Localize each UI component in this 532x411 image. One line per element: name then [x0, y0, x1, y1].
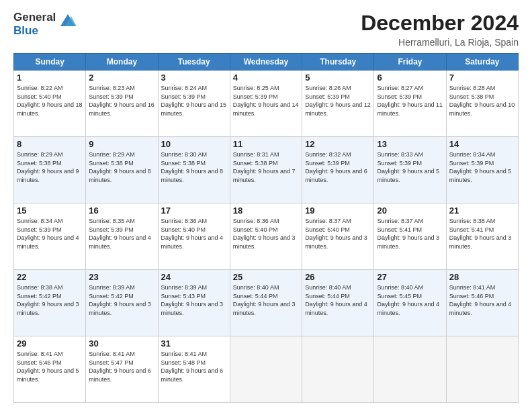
table-row: 6Sunrise: 8:27 AMSunset: 5:39 PMDaylight… — [374, 71, 446, 137]
cell-info: Sunrise: 8:22 AMSunset: 5:40 PMDaylight:… — [17, 84, 83, 118]
calendar-row-5: 29Sunrise: 8:41 AMSunset: 5:46 PMDayligh… — [14, 336, 519, 403]
day-number: 6 — [377, 73, 443, 83]
day-number: 24 — [161, 272, 227, 282]
calendar-row-1: 1Sunrise: 8:22 AMSunset: 5:40 PMDaylight… — [14, 71, 519, 137]
cell-info: Sunrise: 8:32 AMSunset: 5:39 PMDaylight:… — [305, 150, 371, 184]
cell-info: Sunrise: 8:31 AMSunset: 5:38 PMDaylight:… — [233, 150, 299, 184]
day-number: 2 — [89, 73, 154, 83]
table-row: 14Sunrise: 8:34 AMSunset: 5:39 PMDayligh… — [446, 137, 518, 203]
logo-icon — [58, 13, 78, 30]
cell-info: Sunrise: 8:39 AMSunset: 5:42 PMDaylight:… — [89, 283, 154, 317]
day-number: 10 — [161, 139, 227, 149]
day-number: 5 — [305, 73, 371, 83]
table-row: 24Sunrise: 8:39 AMSunset: 5:43 PMDayligh… — [158, 270, 230, 336]
cell-info: Sunrise: 8:41 AMSunset: 5:46 PMDaylight:… — [17, 350, 83, 383]
cell-info: Sunrise: 8:33 AMSunset: 5:39 PMDaylight:… — [377, 150, 443, 184]
table-row: 18Sunrise: 8:36 AMSunset: 5:40 PMDayligh… — [230, 203, 302, 270]
day-number: 14 — [449, 139, 515, 149]
cell-info: Sunrise: 8:36 AMSunset: 5:40 PMDaylight:… — [161, 217, 227, 250]
calendar-row-2: 8Sunrise: 8:29 AMSunset: 5:38 PMDaylight… — [14, 137, 519, 203]
day-number: 22 — [17, 272, 83, 282]
table-row: 16Sunrise: 8:35 AMSunset: 5:39 PMDayligh… — [86, 203, 158, 270]
day-number: 29 — [17, 338, 83, 349]
day-number: 7 — [449, 73, 515, 83]
day-number: 11 — [233, 139, 299, 149]
table-row — [374, 336, 446, 403]
cell-info: Sunrise: 8:29 AMSunset: 5:38 PMDaylight:… — [17, 150, 83, 184]
cell-info: Sunrise: 8:37 AMSunset: 5:41 PMDaylight:… — [377, 217, 443, 250]
table-row — [446, 336, 518, 403]
day-number: 15 — [17, 205, 83, 216]
cell-info: Sunrise: 8:39 AMSunset: 5:43 PMDaylight:… — [161, 283, 227, 317]
cell-info: Sunrise: 8:34 AMSunset: 5:39 PMDaylight:… — [449, 150, 515, 184]
table-row — [230, 336, 302, 403]
page: General Blue December 2024 Herramelluri,… — [0, 0, 532, 411]
table-row: 19Sunrise: 8:37 AMSunset: 5:40 PMDayligh… — [302, 203, 374, 270]
day-number: 19 — [305, 205, 371, 216]
calendar-row-4: 22Sunrise: 8:38 AMSunset: 5:42 PMDayligh… — [14, 270, 519, 336]
title-block: December 2024 Herramelluri, La Rioja, Sp… — [361, 11, 519, 48]
table-row: 20Sunrise: 8:37 AMSunset: 5:41 PMDayligh… — [374, 203, 446, 270]
table-row: 30Sunrise: 8:41 AMSunset: 5:47 PMDayligh… — [86, 336, 158, 403]
cell-info: Sunrise: 8:40 AMSunset: 5:44 PMDaylight:… — [233, 283, 299, 317]
table-row: 5Sunrise: 8:26 AMSunset: 5:39 PMDaylight… — [302, 71, 374, 137]
calendar-header-row: SundayMondayTuesdayWednesdayThursdayFrid… — [14, 54, 519, 71]
day-header-thursday: Thursday — [302, 54, 374, 71]
day-number: 30 — [89, 338, 154, 349]
cell-info: Sunrise: 8:26 AMSunset: 5:39 PMDaylight:… — [305, 84, 371, 118]
cell-info: Sunrise: 8:35 AMSunset: 5:39 PMDaylight:… — [89, 217, 154, 250]
day-number: 18 — [233, 205, 299, 216]
day-number: 28 — [449, 272, 515, 282]
day-number: 1 — [17, 73, 83, 83]
cell-info: Sunrise: 8:23 AMSunset: 5:39 PMDaylight:… — [89, 84, 154, 118]
logo: General Blue — [13, 11, 78, 37]
table-row: 9Sunrise: 8:29 AMSunset: 5:38 PMDaylight… — [86, 137, 158, 203]
table-row: 15Sunrise: 8:34 AMSunset: 5:39 PMDayligh… — [14, 203, 86, 270]
table-row: 22Sunrise: 8:38 AMSunset: 5:42 PMDayligh… — [14, 270, 86, 336]
cell-info: Sunrise: 8:38 AMSunset: 5:42 PMDaylight:… — [17, 283, 83, 317]
table-row: 1Sunrise: 8:22 AMSunset: 5:40 PMDaylight… — [14, 71, 86, 137]
header: General Blue December 2024 Herramelluri,… — [13, 11, 519, 48]
table-row: 23Sunrise: 8:39 AMSunset: 5:42 PMDayligh… — [86, 270, 158, 336]
cell-info: Sunrise: 8:37 AMSunset: 5:40 PMDaylight:… — [305, 217, 371, 250]
cell-info: Sunrise: 8:27 AMSunset: 5:39 PMDaylight:… — [377, 84, 443, 118]
cell-info: Sunrise: 8:41 AMSunset: 5:47 PMDaylight:… — [89, 350, 154, 383]
day-header-sunday: Sunday — [14, 54, 86, 71]
day-number: 26 — [305, 272, 371, 282]
table-row: 11Sunrise: 8:31 AMSunset: 5:38 PMDayligh… — [230, 137, 302, 203]
calendar-row-3: 15Sunrise: 8:34 AMSunset: 5:39 PMDayligh… — [14, 203, 519, 270]
table-row: 31Sunrise: 8:41 AMSunset: 5:48 PMDayligh… — [158, 336, 230, 403]
cell-info: Sunrise: 8:36 AMSunset: 5:40 PMDaylight:… — [233, 217, 299, 250]
table-row: 7Sunrise: 8:28 AMSunset: 5:38 PMDaylight… — [446, 71, 518, 137]
day-number: 4 — [233, 73, 299, 83]
table-row: 25Sunrise: 8:40 AMSunset: 5:44 PMDayligh… — [230, 270, 302, 336]
day-header-saturday: Saturday — [446, 54, 518, 71]
day-number: 20 — [377, 205, 443, 216]
day-number: 12 — [305, 139, 371, 149]
cell-info: Sunrise: 8:40 AMSunset: 5:45 PMDaylight:… — [377, 283, 443, 317]
table-row: 17Sunrise: 8:36 AMSunset: 5:40 PMDayligh… — [158, 203, 230, 270]
day-number: 16 — [89, 205, 154, 216]
day-number: 17 — [161, 205, 227, 216]
table-row: 3Sunrise: 8:24 AMSunset: 5:39 PMDaylight… — [158, 71, 230, 137]
cell-info: Sunrise: 8:41 AMSunset: 5:46 PMDaylight:… — [449, 283, 515, 317]
cell-info: Sunrise: 8:38 AMSunset: 5:41 PMDaylight:… — [449, 217, 515, 250]
day-number: 3 — [161, 73, 227, 83]
location: Herramelluri, La Rioja, Spain — [361, 37, 519, 48]
table-row: 28Sunrise: 8:41 AMSunset: 5:46 PMDayligh… — [446, 270, 518, 336]
cell-info: Sunrise: 8:28 AMSunset: 5:38 PMDaylight:… — [449, 84, 515, 118]
table-row: 13Sunrise: 8:33 AMSunset: 5:39 PMDayligh… — [374, 137, 446, 203]
day-header-friday: Friday — [374, 54, 446, 71]
table-row: 10Sunrise: 8:30 AMSunset: 5:38 PMDayligh… — [158, 137, 230, 203]
table-row: 21Sunrise: 8:38 AMSunset: 5:41 PMDayligh… — [446, 203, 518, 270]
cell-info: Sunrise: 8:41 AMSunset: 5:48 PMDaylight:… — [161, 350, 227, 383]
table-row: 27Sunrise: 8:40 AMSunset: 5:45 PMDayligh… — [374, 270, 446, 336]
cell-info: Sunrise: 8:30 AMSunset: 5:38 PMDaylight:… — [161, 150, 227, 184]
table-row: 29Sunrise: 8:41 AMSunset: 5:46 PMDayligh… — [14, 336, 86, 403]
day-number: 25 — [233, 272, 299, 282]
table-row — [302, 336, 374, 403]
day-number: 13 — [377, 139, 443, 149]
cell-info: Sunrise: 8:24 AMSunset: 5:39 PMDaylight:… — [161, 84, 227, 118]
table-row: 12Sunrise: 8:32 AMSunset: 5:39 PMDayligh… — [302, 137, 374, 203]
cell-info: Sunrise: 8:29 AMSunset: 5:38 PMDaylight:… — [89, 150, 154, 184]
